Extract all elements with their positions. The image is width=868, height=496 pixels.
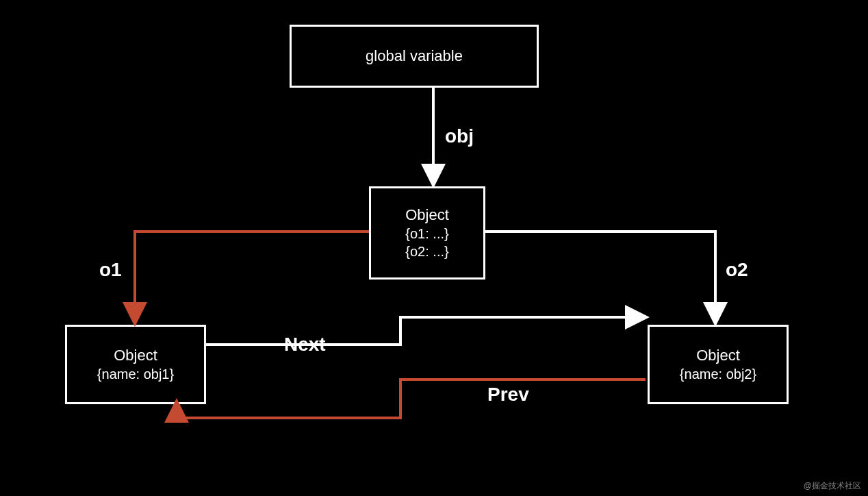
node-obj2: Object {name: obj2} bbox=[648, 325, 789, 404]
node-obj-title: Object bbox=[405, 206, 449, 225]
edge-label-o2: o2 bbox=[726, 259, 748, 281]
node-obj2-title: Object bbox=[696, 346, 740, 366]
edge-o2 bbox=[483, 232, 715, 323]
edge-label-prev: Prev bbox=[487, 384, 529, 406]
node-obj-line2: {o2: ...} bbox=[405, 243, 448, 260]
edge-label-o1: o1 bbox=[99, 259, 122, 281]
edge-prev bbox=[177, 380, 646, 418]
node-global-title: global variable bbox=[366, 47, 463, 66]
edge-label-obj: obj bbox=[445, 125, 474, 147]
node-obj2-line1: {name: obj2} bbox=[680, 365, 756, 383]
node-global: global variable bbox=[290, 25, 539, 88]
watermark-text: @掘金技术社区 bbox=[804, 480, 861, 492]
node-obj-line1: {o1: ...} bbox=[405, 225, 448, 243]
edge-next bbox=[204, 317, 646, 345]
edge-label-next: Next bbox=[284, 334, 326, 356]
node-obj1-line1: {name: obj1} bbox=[97, 365, 174, 383]
node-obj1-title: Object bbox=[114, 346, 157, 366]
node-obj: Object {o1: ...} {o2: ...} bbox=[369, 186, 485, 280]
edge-o1 bbox=[135, 232, 369, 323]
node-obj1: Object {name: obj1} bbox=[65, 325, 206, 404]
